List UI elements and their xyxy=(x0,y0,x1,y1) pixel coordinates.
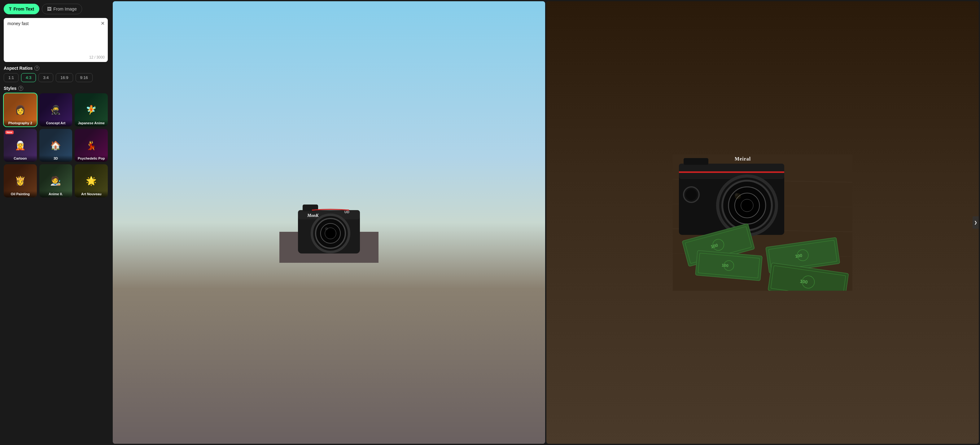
char-count: 12 / 3000 xyxy=(89,55,105,59)
aspect-ratios-section: Aspect Ratios ? 1:1 4:3 3:4 16:9 9:16 xyxy=(4,66,108,82)
svg-point-8 xyxy=(325,227,328,230)
style-japanese-anime-label: Japanese Anime xyxy=(75,120,108,126)
svg-text:100: 100 xyxy=(722,263,729,268)
tab-from-text-label: From Text xyxy=(14,6,34,11)
svg-text:100: 100 xyxy=(800,278,808,284)
svg-point-25 xyxy=(741,199,753,212)
svg-rect-20 xyxy=(679,171,784,173)
ratio-3-4[interactable]: 3:4 xyxy=(38,73,53,82)
prompt-input[interactable]: money fast xyxy=(8,21,104,52)
camera-svg-left: MonK UD xyxy=(279,182,379,263)
svg-text:100: 100 xyxy=(795,253,803,259)
style-3d[interactable]: 3D xyxy=(39,129,73,162)
style-concept-art[interactable]: Concept Art xyxy=(39,93,73,126)
styles-grid: Photography 2 Concept Art Japanese Anime… xyxy=(4,93,108,198)
ratio-buttons: 1:1 4:3 3:4 16:9 9:16 xyxy=(4,73,108,82)
tab-bar: T From Text 🖼 From Image xyxy=(4,4,108,14)
style-japanese-anime[interactable]: Japanese Anime xyxy=(75,93,108,126)
sidebar: T From Text 🖼 From Image ✕ money fast 12… xyxy=(0,0,111,445)
svg-text:MonK: MonK xyxy=(307,213,319,218)
tab-from-image-label: From Image xyxy=(53,6,76,11)
ratio-1-1[interactable]: 1:1 xyxy=(4,73,19,82)
style-psychedelic-pop-label: Psychedelic Pop xyxy=(75,155,108,162)
ratio-4-3[interactable]: 4:3 xyxy=(21,73,36,82)
image-panel-right[interactable]: Meiral xyxy=(546,1,979,444)
styles-section: Styles ? Photography 2 Concept Art Japan… xyxy=(4,86,108,198)
image-panel-left[interactable]: MonK UD xyxy=(113,1,545,444)
style-anime-il[interactable]: Anime Il. xyxy=(39,164,73,198)
image-icon: 🖼 xyxy=(47,6,51,11)
svg-text:Meiral: Meiral xyxy=(735,156,751,161)
ratio-16-9[interactable]: 16:9 xyxy=(56,73,73,82)
camera-scene-left: MonK UD xyxy=(113,1,545,444)
svg-text:UD: UD xyxy=(344,210,349,214)
style-concept-art-label: Concept Art xyxy=(39,120,73,126)
text-input-wrapper: ✕ money fast 12 / 3000 xyxy=(4,18,108,62)
style-psychedelic-pop[interactable]: Psychedelic Pop xyxy=(75,129,108,162)
new-badge: New xyxy=(5,131,14,134)
tab-from-image[interactable]: 🖼 From Image xyxy=(42,4,82,14)
svg-point-27 xyxy=(735,193,738,196)
style-photography2[interactable]: Photography 2 xyxy=(4,93,37,126)
style-oil-painting[interactable]: Oil Painting xyxy=(4,164,37,198)
tab-from-text[interactable]: T From Text xyxy=(4,4,39,14)
style-anime-il-label: Anime Il. xyxy=(39,191,73,198)
style-cartoon-label: Cartoon xyxy=(4,155,37,162)
clear-button[interactable]: ✕ xyxy=(101,21,105,26)
ratio-9-16[interactable]: 9:16 xyxy=(76,73,92,82)
camera-svg-right: Meiral xyxy=(673,154,853,291)
style-photography2-label: Photography 2 xyxy=(4,120,37,126)
svg-point-29 xyxy=(686,189,697,200)
styles-label: Styles xyxy=(4,86,16,91)
scroll-right-arrow[interactable]: ❯ xyxy=(972,216,979,229)
style-oil-painting-label: Oil Painting xyxy=(4,191,37,198)
style-art-nouveau[interactable]: Art Nouveau xyxy=(75,164,108,198)
svg-rect-3 xyxy=(302,204,318,211)
text-icon: T xyxy=(9,6,12,11)
style-cartoon[interactable]: New Cartoon xyxy=(4,129,37,162)
style-art-nouveau-label: Art Nouveau xyxy=(75,191,108,198)
aspect-ratios-label: Aspect Ratios xyxy=(4,66,32,71)
money-scene: Meiral xyxy=(546,1,979,444)
main-content: MonK UD xyxy=(111,0,980,445)
style-3d-label: 3D xyxy=(39,155,73,162)
styles-help-icon[interactable]: ? xyxy=(18,86,23,91)
svg-rect-18 xyxy=(684,158,708,165)
aspect-ratios-help-icon[interactable]: ? xyxy=(34,66,39,71)
